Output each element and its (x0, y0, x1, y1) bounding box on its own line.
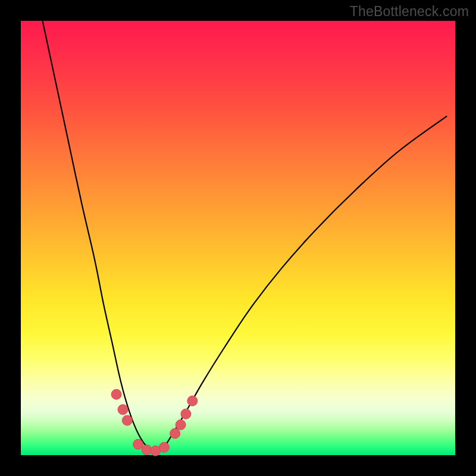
marker-dot (111, 389, 121, 399)
marker-dot (118, 405, 128, 415)
marker-group (111, 389, 198, 456)
marker-dot (170, 428, 180, 439)
marker-dot (181, 409, 191, 419)
marker-dot (176, 419, 186, 430)
plot-area (21, 21, 455, 455)
marker-dot (133, 439, 143, 449)
bottleneck-curve-path (43, 21, 447, 451)
bottleneck-curve-svg (21, 21, 455, 455)
marker-dot (187, 396, 198, 406)
watermark-text: TheBottleneck.com (350, 4, 469, 20)
marker-dot (122, 415, 132, 425)
marker-dot (159, 442, 169, 452)
chart-frame: TheBottleneck.com (0, 0, 476, 476)
